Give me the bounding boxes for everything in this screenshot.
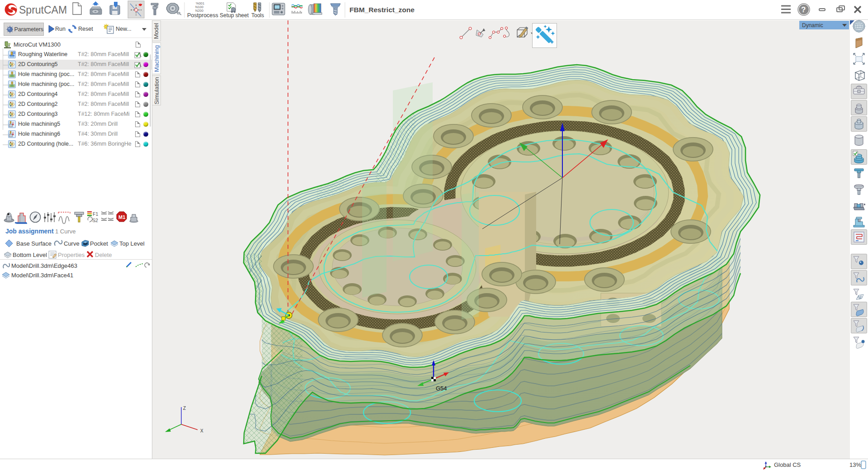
svg-text:G54: G54 xyxy=(436,385,447,392)
svg-text:Delete: Delete xyxy=(95,252,112,258)
svg-text:X: X xyxy=(200,428,203,433)
svg-text:Tools: Tools xyxy=(251,12,264,19)
svg-text:Base Surface: Base Surface xyxy=(16,240,52,247)
svg-text:SprutCAM: SprutCAM xyxy=(19,4,67,16)
svg-text:M1: M1 xyxy=(118,214,125,220)
svg-text:Z: Z xyxy=(183,406,186,411)
svg-text:Properties: Properties xyxy=(58,252,85,258)
svg-text:?: ? xyxy=(801,5,806,14)
svg-text:F1: F1 xyxy=(93,211,98,217)
svg-text:FBM_Restrict_zone: FBM_Restrict_zone xyxy=(349,6,415,14)
svg-text:S2: S2 xyxy=(92,218,98,223)
svg-text:Postprocess: Postprocess xyxy=(187,12,218,19)
svg-text:Pocket: Pocket xyxy=(90,240,108,247)
svg-text:Top Level: Top Level xyxy=(119,240,145,247)
svg-text:Bottom Level: Bottom Level xyxy=(13,252,47,258)
svg-text:Curve: Curve xyxy=(64,240,80,247)
svg-text:Setup sheet: Setup sheet xyxy=(220,12,249,19)
